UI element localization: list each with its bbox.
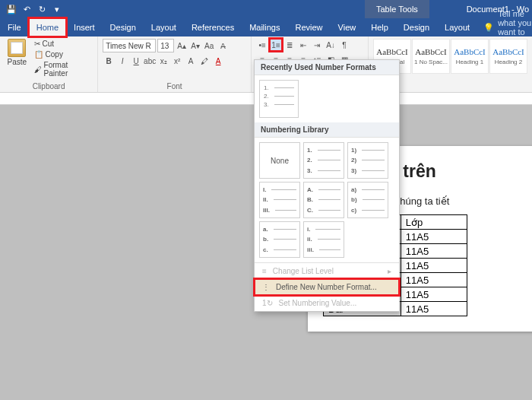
document-name: Document1 - Wo <box>467 0 529 18</box>
dd-option-none[interactable]: None <box>259 142 300 179</box>
define-icon: ⋮ <box>262 283 270 291</box>
dd-item-label: Define New Number Format... <box>276 283 377 291</box>
cut-icon: ✂ <box>34 40 40 48</box>
dd-num: 3) <box>351 167 356 174</box>
quick-access-toolbar: 💾 ↶ ↻ ▾ <box>0 2 68 16</box>
highlight-button[interactable]: 🖍 <box>198 55 211 67</box>
outdent-button[interactable]: ⇤ <box>297 39 309 51</box>
table-cell[interactable]: 11A5 <box>401 287 467 302</box>
table-cell[interactable]: 11A5 <box>401 230 467 244</box>
dd-num: 3. <box>264 100 269 109</box>
tab-tt-layout[interactable]: Layout <box>437 18 477 37</box>
dd-item-label: Change List Level <box>273 267 334 275</box>
tab-design[interactable]: Design <box>103 18 144 37</box>
dd-num: 2. <box>307 157 312 163</box>
style-preview: AaBbCcI <box>376 47 408 56</box>
tab-review[interactable]: Review <box>288 18 331 37</box>
style-preview: AaBbCcI <box>492 47 524 56</box>
dd-num: ii. <box>307 236 312 243</box>
dd-num: 2. <box>264 92 269 100</box>
font-color-button[interactable]: A <box>212 55 224 67</box>
tab-view[interactable]: View <box>331 18 364 37</box>
table-cell[interactable]: 11A5 <box>401 273 467 287</box>
dd-num: b. <box>263 236 268 243</box>
dd-option[interactable]: A.B.C. <box>303 182 344 218</box>
font-group-label: Font <box>103 82 246 91</box>
format-painter-button[interactable]: 🖌Format Painter <box>33 60 93 78</box>
tab-file[interactable]: File <box>0 18 29 37</box>
table-header[interactable]: Lớp <box>401 215 467 230</box>
style-label: Heading 2 <box>495 59 522 65</box>
clipboard-group-label: Clipboard <box>5 82 93 91</box>
dd-option[interactable]: a.b.c. <box>259 221 300 258</box>
style-preview: AaBbCcI <box>454 47 486 56</box>
subscript-button[interactable]: x₂ <box>157 55 169 67</box>
underline-button[interactable]: U <box>130 55 142 67</box>
multilevel-button[interactable]: ≣ <box>283 39 296 51</box>
table-cell[interactable]: 11A5 <box>401 302 467 316</box>
tab-home[interactable]: Home <box>29 18 66 37</box>
indent-icon: ≡ <box>262 267 267 275</box>
dd-recent-header: Recently Used Number Formats <box>255 60 399 75</box>
dd-num: c. <box>263 246 268 253</box>
tab-layout[interactable]: Layout <box>144 18 184 37</box>
dd-num: 2) <box>351 157 356 163</box>
font-size-combo[interactable]: 13 <box>157 39 174 52</box>
clear-format-button[interactable]: A̶ <box>217 40 229 52</box>
dd-num: 1. <box>307 147 312 154</box>
style-preview: AaBbCcI <box>415 47 447 56</box>
shrink-font-button[interactable]: A▾ <box>189 40 201 52</box>
brush-icon: 🖌 <box>34 65 42 74</box>
text-effects-button[interactable]: A <box>185 55 197 67</box>
chevron-right-icon: ▸ <box>388 267 391 275</box>
style-heading1[interactable]: AaBbCcIHeading 1 <box>451 39 489 74</box>
show-marks-button[interactable]: ¶ <box>338 39 350 51</box>
numbering-dropdown: Recently Used Number Formats 1. 2. 3. Nu… <box>254 59 400 312</box>
change-case-button[interactable]: Aa <box>203 40 215 52</box>
bullets-button[interactable]: •≡ <box>256 39 268 51</box>
tab-references[interactable]: References <box>184 18 242 37</box>
dd-num: 3. <box>307 167 312 174</box>
bold-button[interactable]: B <box>103 55 115 67</box>
qat-more-icon[interactable]: ▾ <box>50 2 64 16</box>
strike-button[interactable]: abc <box>144 55 156 67</box>
paste-button[interactable]: Paste <box>5 39 30 78</box>
tab-mailings[interactable]: Mailings <box>242 18 287 37</box>
dd-option[interactable]: 1)2)3) <box>347 142 388 179</box>
save-icon[interactable]: 💾 <box>5 2 18 16</box>
dd-option[interactable]: i.ii.iii. <box>303 221 344 258</box>
italic-button[interactable]: I <box>116 55 128 67</box>
tab-tt-design[interactable]: Design <box>396 18 437 37</box>
dd-num: 1) <box>351 147 356 154</box>
table-cell[interactable]: 11A5 <box>401 244 467 259</box>
copy-button[interactable]: 📋Copy <box>33 49 93 59</box>
indent-button[interactable]: ⇥ <box>311 39 323 51</box>
style-nospacing[interactable]: AaBbCcI1 No Spac... <box>412 39 450 74</box>
dd-option[interactable]: 1.2.3. <box>303 142 344 179</box>
style-label: 1 No Spac... <box>414 59 448 65</box>
cut-button[interactable]: ✂Cut <box>33 39 93 49</box>
tab-help[interactable]: Help <box>363 18 396 37</box>
dd-library-header: Numbering Library <box>255 122 399 138</box>
sort-button[interactable]: A↓ <box>325 39 337 51</box>
tab-insert[interactable]: Insert <box>66 18 103 37</box>
dd-option[interactable]: I.II.III. <box>259 182 300 218</box>
dd-num: 1. <box>264 84 269 92</box>
group-clipboard: Paste ✂Cut 📋Copy 🖌Format Painter Clipboa… <box>0 37 98 92</box>
lightbulb-icon: 💡 <box>483 23 494 33</box>
dd-recent-option[interactable]: 1. 2. 3. <box>259 80 299 118</box>
dd-define-new-format[interactable]: ⋮Define New Number Format... <box>255 279 399 295</box>
dd-num: iii. <box>307 246 314 253</box>
table-cell[interactable]: 11A5 <box>401 259 467 273</box>
font-name-combo[interactable]: Times New R <box>103 39 156 52</box>
undo-icon[interactable]: ↶ <box>20 2 33 16</box>
dd-option[interactable]: a)b)c) <box>347 182 388 218</box>
redo-icon[interactable]: ↻ <box>35 2 49 16</box>
dd-num: C. <box>307 207 313 214</box>
grow-font-button[interactable]: A▴ <box>176 40 188 52</box>
copy-icon: 📋 <box>34 50 43 59</box>
superscript-button[interactable]: x² <box>171 55 183 67</box>
numbering-button[interactable]: 1≡ <box>270 39 282 51</box>
style-heading2[interactable]: AaBbCcIHeading 2 <box>489 39 527 74</box>
dd-num: B. <box>307 196 313 203</box>
